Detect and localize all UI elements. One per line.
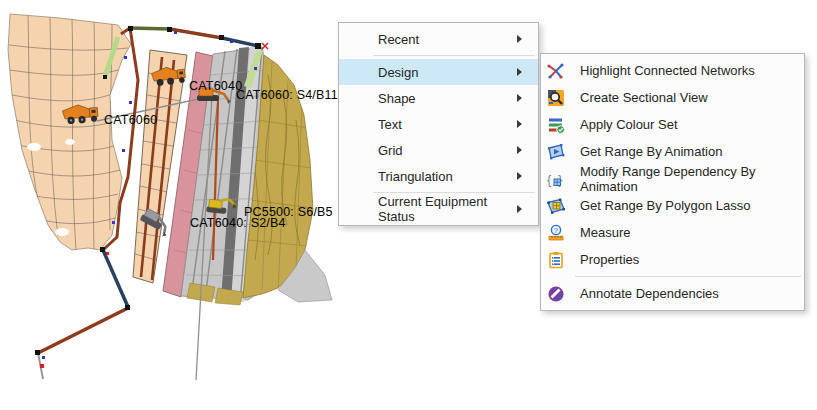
apply-colour-set-icon — [547, 116, 565, 134]
equipment-label-cat6060: CAT6060 — [104, 113, 157, 127]
submenu-item-label: Get Range By Polygon Lasso — [580, 198, 751, 213]
design-submenu: Highlight Connected Networks Create Sect… — [540, 53, 805, 311]
submenu-arrow-icon — [517, 68, 522, 76]
menu-item-label: Shape — [378, 91, 416, 106]
submenu-item-highlight-connected-networks[interactable]: Highlight Connected Networks — [541, 57, 804, 84]
submenu-arrow-icon — [517, 94, 522, 102]
submenu-item-label: Create Sectional View — [580, 90, 708, 105]
menu-item-label: Triangulation — [378, 169, 453, 184]
annotate-dependencies-icon — [547, 285, 565, 303]
measure-icon: ? — [547, 224, 565, 242]
submenu-arrow-icon — [517, 146, 522, 154]
menu-separator — [373, 55, 535, 56]
highlight-connected-networks-icon — [547, 62, 565, 80]
submenu-item-get-range-by-polygon-lasso[interactable]: Get Range By Polygon Lasso — [541, 192, 804, 219]
submenu-item-label: Properties — [580, 252, 639, 267]
get-range-by-animation-icon — [547, 143, 565, 161]
submenu-item-measure[interactable]: ? Measure — [541, 219, 804, 246]
menu-item-current-equipment-status[interactable]: Current Equipment Status — [339, 196, 538, 222]
equipment-label-cat6040-s2b4: CAT6040: S2/B4 — [190, 216, 286, 230]
equipment-label-cat6040: CAT6040 — [189, 79, 242, 93]
svg-text:{: { — [547, 171, 552, 186]
menu-item-shape[interactable]: Shape — [339, 85, 538, 111]
menu-item-text[interactable]: Text — [339, 111, 538, 137]
context-menu: Recent Design Shape Text Grid Triangulat… — [338, 22, 539, 226]
menu-item-grid[interactable]: Grid — [339, 137, 538, 163]
submenu-item-label: Highlight Connected Networks — [580, 63, 755, 78]
get-range-by-polygon-lasso-icon — [547, 197, 565, 215]
menu-item-label: Recent — [378, 32, 419, 47]
menu-item-triangulation[interactable]: Triangulation — [339, 163, 538, 189]
modify-range-dependency-icon: { } — [547, 170, 565, 188]
submenu-item-properties[interactable]: Properties — [541, 246, 804, 273]
menu-item-label: Text — [378, 117, 402, 132]
submenu-item-get-range-by-animation[interactable]: Get Range By Animation — [541, 138, 804, 165]
properties-icon — [547, 251, 565, 269]
menu-item-label: Current Equipment Status — [378, 194, 517, 224]
submenu-item-label: Annotate Dependencies — [580, 286, 719, 301]
submenu-arrow-icon — [517, 172, 522, 180]
submenu-item-label: Modify Range Dependency By Animation — [580, 164, 804, 194]
svg-text:?: ? — [554, 226, 558, 235]
create-sectional-view-icon — [547, 89, 565, 107]
submenu-item-modify-range-dependency-by-animation[interactable]: { } Modify Range Dependency By Animation — [541, 165, 804, 192]
submenu-arrow-icon — [517, 120, 522, 128]
submenu-item-create-sectional-view[interactable]: Create Sectional View — [541, 84, 804, 111]
menu-separator — [373, 192, 535, 193]
submenu-arrow-icon — [517, 35, 522, 43]
submenu-item-apply-colour-set[interactable]: Apply Colour Set — [541, 111, 804, 138]
submenu-item-label: Apply Colour Set — [580, 117, 678, 132]
menu-item-label: Grid — [378, 143, 403, 158]
submenu-item-label: Measure — [580, 225, 631, 240]
equipment-label-cat6060-s4b11: CAT6060: S4/B11 — [236, 88, 338, 102]
waypoint-x-marker — [262, 43, 268, 49]
submenu-arrow-icon — [517, 205, 522, 213]
menu-item-recent[interactable]: Recent — [339, 26, 538, 52]
submenu-item-annotate-dependencies[interactable]: Annotate Dependencies — [541, 280, 804, 307]
menu-item-design[interactable]: Design — [339, 59, 538, 85]
submenu-item-label: Get Range By Animation — [580, 144, 722, 159]
menu-separator — [575, 276, 801, 277]
viewport: CAT6040 CAT6060: S4/B11 CAT6060 PC5500: … — [0, 0, 817, 410]
menu-item-label: Design — [378, 65, 418, 80]
